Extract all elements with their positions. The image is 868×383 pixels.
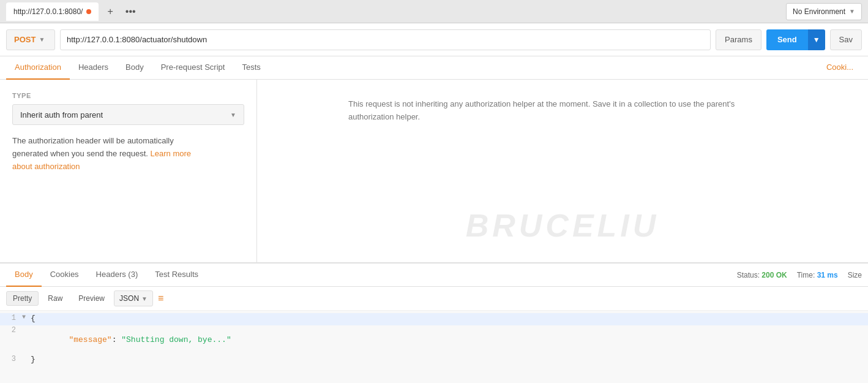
preview-button[interactable]: Preview — [72, 291, 111, 306]
pretty-button[interactable]: Pretty — [6, 291, 39, 306]
learn-more-link[interactable]: Learn more — [151, 149, 191, 158]
tab-body[interactable]: Body — [117, 56, 152, 80]
tab-pre-request-script[interactable]: Pre-request Script — [152, 56, 234, 80]
line-content-3: } — [31, 355, 36, 364]
method-dropdown-icon: ▼ — [39, 36, 45, 43]
save-button[interactable]: Sav — [830, 29, 862, 50]
response-tab-test-results[interactable]: Test Results — [146, 264, 207, 287]
tab-authorization[interactable]: Authorization — [6, 56, 70, 80]
response-status-bar: Status: 200 OK Time: 31 ms Size — [737, 271, 862, 279]
json-sep: : — [112, 335, 122, 344]
auth-right-panel: This request is not inheriting any autho… — [257, 80, 868, 262]
code-line-2: 2 "message": "Shutting down, bye..." — [0, 325, 868, 354]
send-button[interactable]: Send — [766, 29, 808, 50]
env-label: No Environment — [793, 7, 845, 16]
main-content: TYPE Inherit auth from parent ▼ The auth… — [0, 80, 868, 263]
auth-desc-line2: generated when you send the request. — [12, 149, 148, 158]
send-dropdown-button[interactable]: ▼ — [808, 29, 825, 50]
watermark: BRUCELIU — [466, 207, 660, 244]
tab-tests[interactable]: Tests — [233, 56, 269, 80]
browser-bar: http://127.0.0.1:8080/ + ••• No Environm… — [0, 0, 868, 23]
auth-select-value: Inherit auth from parent — [20, 110, 103, 119]
json-key-message: "message" — [69, 335, 111, 344]
response-tab-cookies[interactable]: Cookies — [42, 264, 88, 287]
new-tab-button[interactable]: + — [103, 4, 116, 20]
response-tab-headers[interactable]: Headers (3) — [88, 264, 147, 287]
request-tabs-bar: Authorization Headers Body Pre-request S… — [0, 56, 868, 80]
time-label: Time: 31 ms — [797, 271, 838, 279]
about-authorization-link[interactable]: about authorization — [12, 162, 80, 171]
url-input[interactable] — [60, 29, 711, 50]
line-number-3: 3 — [0, 355, 22, 363]
response-tabs-bar: Body Cookies Headers (3) Test Results St… — [0, 264, 868, 287]
tab-url-text: http://127.0.0.1:8080/ — [13, 7, 83, 16]
json-dropdown-icon: ▼ — [141, 295, 148, 302]
code-line-3: 3 } — [0, 354, 868, 366]
status-label: Status: 200 OK — [737, 271, 787, 279]
auth-type-select[interactable]: Inherit auth from parent ▼ — [12, 104, 244, 125]
select-chevron-icon: ▼ — [230, 112, 236, 118]
tab-cookies[interactable]: Cooki... — [818, 56, 862, 80]
line-arrow-1: ▼ — [22, 314, 31, 320]
format-bar: Pretty Raw Preview JSON ▼ ≡ — [0, 287, 868, 311]
request-bar: POST ▼ Params Send ▼ Sav — [0, 23, 868, 56]
type-label: TYPE — [12, 92, 244, 99]
browser-tab[interactable]: http://127.0.0.1:8080/ — [6, 2, 99, 21]
auth-desc-line1: The authorization header will be automat… — [12, 136, 174, 145]
chevron-down-icon: ▼ — [849, 8, 855, 15]
size-label: Size — [848, 271, 862, 279]
tab-dot — [86, 9, 91, 14]
time-value: 31 ms — [817, 271, 838, 279]
send-button-group: Send ▼ — [766, 29, 825, 50]
auth-left-panel: TYPE Inherit auth from parent ▼ The auth… — [0, 80, 257, 262]
line-content-2: "message": "Shutting down, bye..." — [31, 326, 231, 354]
tab-headers[interactable]: Headers — [70, 56, 117, 80]
json-type-label: JSON — [119, 294, 139, 303]
inherit-message: This request is not inheriting any autho… — [348, 98, 777, 124]
auth-description: The authorization header will be automat… — [12, 135, 244, 173]
response-tab-body[interactable]: Body — [6, 264, 42, 287]
params-button[interactable]: Params — [716, 29, 761, 50]
code-line-1: 1 ▼ { — [0, 313, 868, 325]
raw-button[interactable]: Raw — [41, 291, 69, 306]
wrap-icon[interactable]: ≡ — [155, 293, 166, 304]
more-tabs-button[interactable]: ••• — [122, 4, 140, 20]
response-section: Body Cookies Headers (3) Test Results St… — [0, 263, 868, 383]
line-number-1: 1 — [0, 314, 22, 322]
line-content-1: { — [31, 314, 36, 323]
environment-selector[interactable]: No Environment ▼ — [786, 3, 862, 20]
send-dropdown-icon: ▼ — [813, 36, 820, 44]
json-val-message: "Shutting down, bye..." — [121, 335, 231, 344]
code-area: 1 ▼ { 2 "message": "Shutting down, bye..… — [0, 311, 868, 383]
status-value: 200 OK — [761, 271, 787, 279]
method-button[interactable]: POST ▼ — [6, 29, 55, 50]
json-type-select[interactable]: JSON ▼ — [114, 290, 153, 306]
method-label: POST — [14, 35, 36, 44]
line-number-2: 2 — [0, 326, 22, 335]
